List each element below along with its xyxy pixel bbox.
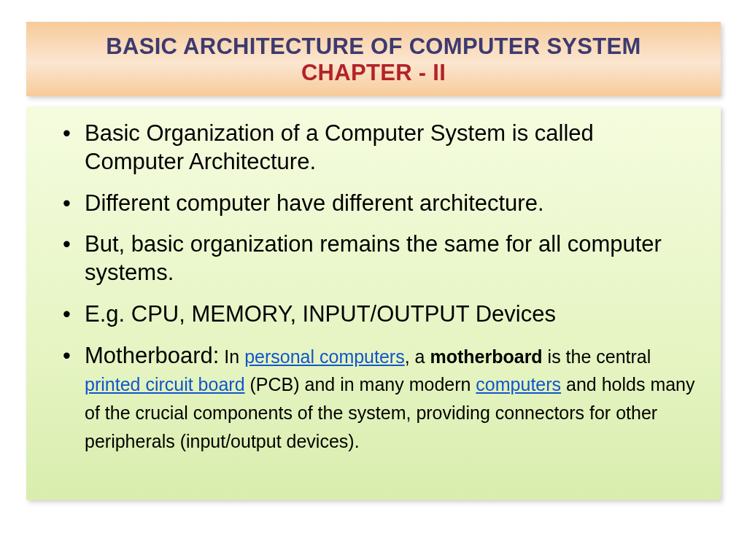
list-item: Motherboard: In personal computers, a mo… xyxy=(73,342,696,455)
list-item: But, basic organization remains the same… xyxy=(73,230,696,287)
bold-motherboard: motherboard xyxy=(430,346,542,367)
list-item: Basic Organization of a Computer System … xyxy=(73,120,696,176)
bullet-text: But, basic organization remains the same… xyxy=(85,231,662,285)
link-personal-computers[interactable]: personal computers xyxy=(244,346,405,367)
bullet-text: E.g. CPU, MEMORY, INPUT/OUTPUT Devices xyxy=(85,301,556,327)
motherboard-lead: Motherboard: xyxy=(85,343,219,368)
slide-title-line1: BASIC ARCHITECTURE OF COMPUTER SYSTEM xyxy=(41,34,706,60)
text-segment: is the central xyxy=(543,346,651,367)
text-segment: In xyxy=(219,346,244,367)
title-box: BASIC ARCHITECTURE OF COMPUTER SYSTEM CH… xyxy=(26,22,721,96)
slide-title-line2: CHAPTER - II xyxy=(41,60,706,86)
slide: BASIC ARCHITECTURE OF COMPUTER SYSTEM CH… xyxy=(0,0,747,560)
list-item: Different computer have different archit… xyxy=(73,190,696,218)
bullet-text: Basic Organization of a Computer System … xyxy=(85,120,594,174)
bullet-list: Basic Organization of a Computer System … xyxy=(51,120,696,455)
link-printed-circuit-board[interactable]: printed circuit board xyxy=(85,374,245,394)
bullet-text: Different computer have different archit… xyxy=(85,190,544,216)
link-computers[interactable]: computers xyxy=(476,374,561,394)
text-segment: , a xyxy=(405,346,430,367)
list-item: E.g. CPU, MEMORY, INPUT/OUTPUT Devices xyxy=(73,300,696,329)
text-segment: (PCB) and in many modern xyxy=(245,374,476,394)
content-box: Basic Organization of a Computer System … xyxy=(26,106,721,500)
